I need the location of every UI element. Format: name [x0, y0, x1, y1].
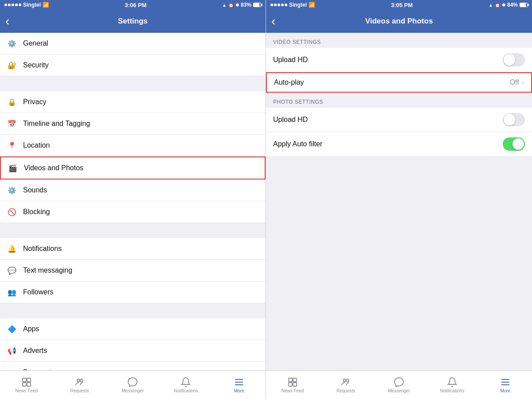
page-title-right: Videos and Photos [365, 17, 433, 26]
settings-item-sounds[interactable]: Sounds [0, 180, 266, 201]
settings-item-blocking[interactable]: Blocking [0, 201, 266, 223]
svg-rect-1 [27, 378, 31, 382]
autoplay-chevron-icon: › [522, 78, 524, 86]
status-right-left: ▲ ⏰ ✱ 83% [222, 2, 261, 8]
settings-item-text[interactable]: Text messaging [0, 260, 266, 282]
settings-item-payments[interactable]: Payments [0, 362, 266, 370]
location-icon-left: ▲ [222, 3, 227, 8]
tab-requests-right[interactable]: Requests [319, 371, 372, 399]
tab-messenger-left[interactable]: Messenger [106, 371, 160, 399]
notifications-icon [6, 243, 18, 254]
bluetooth-icon-right: ✱ [502, 3, 505, 8]
settings-item-privacy[interactable]: Privacy [0, 91, 266, 113]
requests-icon-left [74, 377, 85, 387]
videos-label: Videos and Photos [24, 164, 83, 172]
photo-section-heading: PHOTO SETTINGS [266, 93, 532, 108]
carrier-name-left: Singtel [23, 2, 41, 8]
alarm-icon-left: ⏰ [228, 3, 234, 8]
settings-item-followers[interactable]: Followers [0, 282, 266, 303]
privacy-label: Privacy [23, 98, 46, 106]
tab-news-feed-label-right: News Feed [282, 388, 304, 393]
video-upload-hd-toggle[interactable] [503, 53, 525, 66]
payments-icon [6, 367, 18, 370]
carrier-name-right: Singtel [289, 2, 307, 8]
video-upload-hd-label: Upload HD [273, 56, 308, 64]
battery-pct-left: 83% [241, 2, 251, 8]
video-settings-group: Upload HD Auto-play Off › [266, 48, 532, 93]
notifications-icon-right [447, 377, 458, 387]
auto-filter-label: Apply Auto filter [273, 140, 322, 148]
tab-notifications-label-left: Notifications [174, 388, 198, 393]
status-right-right: ▲ ⏰ ✱ 84% [489, 2, 528, 8]
photo-upload-hd-toggle[interactable] [503, 113, 525, 126]
time-left: 3:06 PM [125, 2, 146, 8]
general-icon [6, 38, 18, 49]
settings-item-timeline[interactable]: Timeline and Tagging [0, 113, 266, 135]
text-label: Text messaging [23, 266, 72, 274]
autoplay-right: Off › [510, 78, 524, 86]
tab-bar-left: News Feed Requests Messenger Notificatio… [0, 370, 266, 399]
autoplay-value: Off [510, 78, 519, 86]
tab-messenger-label-right: Messenger [388, 388, 410, 393]
tab-notifications-left[interactable]: Notifications [159, 371, 212, 399]
back-button-right[interactable]: ‹ [271, 14, 280, 28]
gray-area-right [266, 156, 532, 370]
settings-section-2: Privacy Timeline and Tagging Location Vi… [0, 91, 266, 223]
tab-more-left[interactable]: More [212, 371, 266, 399]
timeline-icon [6, 118, 18, 129]
bluetooth-icon-left: ✱ [235, 3, 239, 8]
photo-settings-group: Upload HD Apply Auto filter [266, 108, 532, 156]
settings-item-videos[interactable]: Videos and Photos [0, 156, 266, 180]
settings-item-notifications[interactable]: Notifications [0, 238, 266, 260]
wifi-icon-right: 📶 [309, 2, 315, 8]
notifications-label: Notifications [23, 245, 62, 253]
settings-section-3: Notifications Text messaging Followers [0, 238, 266, 303]
settings-item-adverts[interactable]: Adverts [0, 340, 266, 362]
video-section-heading: VIDEO SETTINGS [266, 33, 532, 48]
carrier-left: Singtel 📶 [4, 2, 49, 8]
svg-point-4 [77, 379, 80, 382]
tab-requests-label-right: Requests [336, 388, 355, 393]
settings-item-location[interactable]: Location [0, 135, 266, 156]
battery-pct-right: 84% [507, 2, 518, 8]
followers-label: Followers [23, 288, 53, 296]
signal-dots-left [4, 4, 21, 6]
timeline-label: Timeline and Tagging [23, 120, 90, 128]
alarm-icon-right: ⏰ [495, 3, 500, 8]
tab-more-right[interactable]: More [479, 371, 532, 399]
settings-section-4: Apps Adverts Payments Support Inbox [0, 318, 266, 370]
requests-icon-right [340, 377, 351, 387]
battery-icon-right [520, 3, 528, 7]
tab-notifications-right[interactable]: Notifications [426, 371, 479, 399]
right-panel: Singtel 📶 3:05 PM ▲ ⏰ ✱ 84% ‹ Videos and… [266, 0, 532, 399]
svg-rect-2 [23, 383, 26, 386]
nav-header-left: ‹ Settings [0, 10, 266, 33]
location-label: Location [23, 141, 50, 149]
video-upload-hd-row[interactable]: Upload HD [266, 48, 532, 72]
settings-item-general[interactable]: General [0, 33, 266, 55]
auto-filter-toggle[interactable] [503, 137, 525, 151]
tab-notifications-label-right: Notifications [440, 388, 464, 393]
auto-filter-row[interactable]: Apply Auto filter [266, 132, 532, 156]
tab-news-feed-right[interactable]: News Feed [266, 371, 319, 399]
tab-more-label-left: More [234, 388, 244, 393]
tab-more-label-right: More [501, 388, 511, 393]
svg-rect-0 [23, 378, 26, 382]
tab-news-feed-left[interactable]: News Feed [0, 371, 53, 399]
tab-messenger-right[interactable]: Messenger [372, 371, 426, 399]
settings-item-apps[interactable]: Apps [0, 318, 266, 340]
apps-label: Apps [23, 325, 39, 333]
svg-point-14 [346, 379, 349, 382]
autoplay-row[interactable]: Auto-play Off › [266, 72, 532, 93]
photo-upload-hd-row[interactable]: Upload HD [266, 108, 532, 132]
status-bar-right: Singtel 📶 3:05 PM ▲ ⏰ ✱ 84% [266, 0, 532, 10]
more-icon-right [500, 377, 511, 387]
security-label: Security [23, 61, 49, 69]
settings-section-1: General Security [0, 33, 266, 76]
back-button-left[interactable]: ‹ [5, 14, 14, 28]
tab-requests-left[interactable]: Requests [53, 371, 106, 399]
sounds-label: Sounds [23, 186, 47, 194]
separator-2 [0, 223, 266, 238]
settings-item-security[interactable]: Security [0, 55, 266, 76]
nav-header-right: ‹ Videos and Photos [266, 10, 532, 33]
